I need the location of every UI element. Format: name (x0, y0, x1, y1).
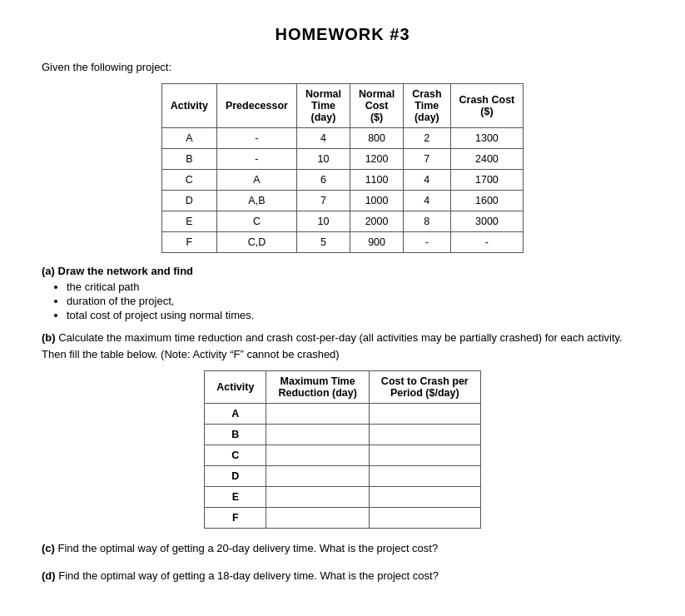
main-table-wrapper: Activity Predecessor NormalTime(day) Nor… (42, 83, 643, 253)
table-cell: 6 (296, 170, 350, 191)
table-cell: C (161, 170, 216, 191)
table-cell: 1000 (350, 191, 404, 211)
table-cell (266, 445, 369, 466)
table-cell: D (205, 466, 266, 487)
table-cell (369, 487, 480, 508)
table-cell: 1700 (450, 170, 524, 191)
table-cell: 800 (350, 128, 404, 149)
col-header-crash-time: CrashTime(day) (404, 84, 450, 128)
table-row: FC,D5900-- (161, 232, 524, 253)
table-cell: 7 (296, 191, 350, 211)
table-row: A (205, 404, 481, 425)
table-cell (369, 445, 480, 466)
table-cell (369, 425, 480, 445)
table-cell: 2400 (450, 149, 524, 170)
table-row: A-480021300 (161, 128, 524, 149)
part-b-label: (b) (42, 331, 56, 344)
table-cell: B (161, 149, 216, 170)
table-cell: 4 (296, 128, 350, 149)
table-cell: 4 (404, 170, 450, 191)
part-d-text: Find the optimal way of getting a 18-day… (58, 569, 439, 582)
table-cell: A (161, 128, 216, 149)
part-c-text: Find the optimal way of getting a 20-day… (58, 542, 439, 554)
table-row: DA,B7100041600 (161, 191, 524, 211)
table-cell: 7 (404, 149, 450, 170)
part-a-bullets: the critical path duration of the projec… (67, 281, 643, 321)
col-header-normal-time: NormalTime(day) (296, 84, 350, 128)
bullet-critical-path: the critical path (67, 281, 643, 293)
table-cell: 10 (296, 149, 350, 170)
part-c: (c) Find the optimal way of getting a 20… (42, 539, 643, 558)
table-cell: D (161, 191, 216, 211)
col2-header-max-time: Maximum TimeReduction (day) (266, 371, 369, 404)
table-cell (266, 404, 369, 425)
table-cell: 900 (350, 232, 404, 253)
table-row: E (205, 487, 481, 508)
part-a-label: (a) Draw the network and find (42, 265, 643, 277)
table-cell: A,B (216, 191, 296, 211)
table-cell: F (205, 508, 266, 529)
table-cell: 1300 (450, 128, 524, 149)
part-b-description: Calculate the maximum time reduction and… (42, 331, 623, 360)
col-header-normal-cost: NormalCost($) (350, 84, 404, 128)
table-cell (369, 466, 480, 487)
table-cell: C,D (216, 232, 296, 253)
table-cell: 2 (404, 128, 450, 149)
second-table-wrapper: Activity Maximum TimeReduction (day) Cos… (42, 370, 643, 529)
table-row: B (205, 425, 481, 445)
main-table: Activity Predecessor NormalTime(day) Nor… (161, 83, 524, 253)
table-cell: 3000 (450, 211, 524, 232)
table-cell: - (216, 128, 296, 149)
table-cell: A (216, 170, 296, 191)
col-header-predecessor: Predecessor (216, 84, 296, 128)
table-cell: 1100 (350, 170, 404, 191)
bullet-total-cost: total cost of project using normal times… (67, 309, 643, 321)
page-title: HOMEWORK #3 (42, 25, 643, 44)
table-cell (266, 508, 369, 529)
table-cell: 4 (404, 191, 450, 211)
table-cell: 8 (404, 211, 450, 232)
intro-text: Given the following project: (42, 61, 643, 73)
table-cell: C (216, 211, 296, 232)
table-cell: E (205, 487, 266, 508)
table-cell: 5 (296, 232, 350, 253)
bullet-duration: duration of the project, (67, 295, 643, 307)
table-cell: - (404, 232, 450, 253)
table-cell (266, 466, 369, 487)
table-cell: 2000 (350, 211, 404, 232)
table-cell: C (205, 445, 266, 466)
col2-header-activity: Activity (205, 371, 266, 404)
table-row: B-10120072400 (161, 149, 524, 170)
table-cell (266, 425, 369, 445)
table-cell: E (161, 211, 216, 232)
part-b-text: (b) Calculate the maximum time reduction… (42, 330, 643, 362)
table-cell: 1600 (450, 191, 524, 211)
table-cell: B (205, 425, 266, 445)
table-row: CA6110041700 (161, 170, 524, 191)
part-d-label: (d) (42, 569, 56, 582)
table-cell: F (161, 232, 216, 253)
part-d: (d) Find the optimal way of getting a 18… (42, 566, 643, 585)
table-row: C (205, 445, 481, 466)
table-cell: - (450, 232, 524, 253)
part-c-label: (c) (42, 542, 55, 554)
col-header-crash-cost: Crash Cost($) (450, 84, 524, 128)
table-cell (266, 487, 369, 508)
col2-header-cost-crash: Cost to Crash perPeriod ($/day) (369, 371, 480, 404)
table-cell (369, 404, 480, 425)
table-cell: 10 (296, 211, 350, 232)
table-cell: A (205, 404, 266, 425)
table-row: D (205, 466, 481, 487)
table-cell: 1200 (350, 149, 404, 170)
col-header-activity: Activity (161, 84, 216, 128)
second-table: Activity Maximum TimeReduction (day) Cos… (204, 370, 481, 529)
table-row: F (205, 508, 481, 529)
table-cell: - (216, 149, 296, 170)
table-cell (369, 508, 480, 529)
table-row: EC10200083000 (161, 211, 524, 232)
